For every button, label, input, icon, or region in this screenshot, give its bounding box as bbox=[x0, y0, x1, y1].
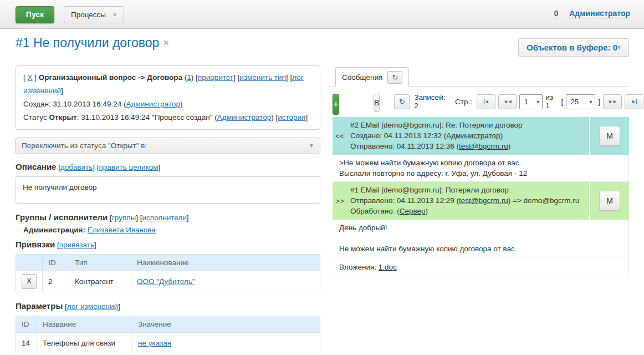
status-switch-select[interactable]: Переключить из статуса "Открыт" в: ▼ bbox=[16, 138, 320, 154]
process-info-box: [ X ] Организационный вопрос -> Договора… bbox=[16, 65, 320, 130]
prev-page-button[interactable]: ◄◄ bbox=[498, 94, 517, 109]
params-heading-row: Параметры [лог изменений] bbox=[16, 301, 320, 311]
process-title-text: #1 Не получили договор bbox=[16, 36, 159, 50]
table-row: 14 Телефоны для связи не указан bbox=[16, 333, 320, 353]
binding-name-link[interactable]: ООО "Дубитель" bbox=[137, 277, 195, 286]
description-heading: Описание bbox=[16, 162, 56, 171]
delete-process-link[interactable]: X bbox=[28, 73, 33, 82]
groups-link[interactable]: группы bbox=[112, 214, 136, 222]
b-button[interactable]: В bbox=[374, 94, 380, 112]
process-created-line: Создан: 31.10.2013 16:49:24 (Администрат… bbox=[23, 98, 313, 111]
tab-processes-label: Процессы bbox=[71, 11, 106, 19]
message-body: День добрый! Не можем найти бумажную коп… bbox=[333, 220, 629, 257]
message-header-outgoing: >> #1 EMail [demo@bgcrm.ru]: Потеряли до… bbox=[333, 182, 629, 220]
chevron-down-icon: ▼ bbox=[616, 44, 622, 50]
group-name: Администрация: bbox=[23, 226, 85, 234]
bindings-table: ID Тип Наименование X 2 Контрагент ООО "… bbox=[16, 254, 320, 292]
bind-link[interactable]: привязать bbox=[59, 241, 94, 249]
message-body: >Не можем найти бумажную копию договора … bbox=[333, 155, 629, 182]
buffer-dropdown[interactable]: Объектов в буфере: 0 ▼ bbox=[518, 38, 629, 57]
close-process-icon[interactable]: × bbox=[163, 37, 169, 48]
page-title: #1 Не получили договор× bbox=[16, 36, 169, 50]
params-header-row: ID Название Значение bbox=[16, 316, 320, 333]
description-heading-row: Описание [добавить] [править целиком] bbox=[16, 162, 320, 171]
unbind-button[interactable]: X bbox=[22, 274, 37, 289]
attachments-label: Вложения: bbox=[339, 263, 376, 271]
message-title: #2 EMail [demo@bgcrm.ru]: Re: Потеряли д… bbox=[350, 120, 586, 130]
history-link[interactable]: история bbox=[278, 113, 305, 121]
refresh-icon[interactable]: ↻ bbox=[387, 71, 402, 84]
page-label: Стр.: bbox=[455, 98, 472, 106]
message-server-link[interactable]: Сервер bbox=[400, 207, 426, 215]
description-add-link[interactable]: добавить bbox=[60, 163, 93, 171]
description-edit-link[interactable]: править целиком bbox=[99, 163, 159, 171]
param-name: Телефоны для связи bbox=[37, 333, 132, 353]
status-switch-label: Переключить из статуса "Открыт" в: bbox=[22, 141, 147, 150]
attachment-link[interactable]: 1.doc bbox=[379, 263, 397, 271]
message-m-button[interactable]: M bbox=[599, 191, 620, 211]
message-header-text: #1 EMail [demo@bgcrm.ru]: Потеряли догов… bbox=[347, 182, 589, 220]
message-user-link[interactable]: Администратор bbox=[446, 131, 500, 140]
message-sent-line: Отправлено: 04.11.2013 12:29 (test@bgcrm… bbox=[350, 195, 586, 206]
change-type-link[interactable]: изменить тип bbox=[239, 73, 286, 82]
message-actions: M bbox=[589, 117, 629, 155]
process-type: Организационный вопрос -> Договора bbox=[39, 73, 182, 82]
tab-close-icon[interactable]: × bbox=[113, 10, 117, 19]
last-page-button[interactable]: ►| bbox=[625, 94, 643, 109]
priority-link[interactable]: приоритет bbox=[198, 73, 233, 82]
user-name-link[interactable]: Администратор bbox=[569, 9, 630, 18]
first-page-button[interactable]: |◄ bbox=[477, 94, 495, 109]
description-box: Не получили договор bbox=[16, 176, 320, 204]
message-address-link[interactable]: test@bgcrm.ru bbox=[459, 196, 508, 205]
message-created-line: Создано: 04.11.2013 12:32 (Администратор… bbox=[350, 130, 586, 141]
start-button[interactable]: Пуск bbox=[16, 6, 54, 23]
top-bar: Пуск Процессы × 0 Администратор bbox=[0, 0, 644, 29]
messages-toolbar: + В ↻ Записей: 2 Стр.: |◄ ◄◄ 1▾ из 1[ 25… bbox=[333, 94, 629, 115]
executors-link[interactable]: исполнители bbox=[142, 214, 187, 222]
chevron-down-icon: ▾ bbox=[536, 99, 539, 105]
bindings-heading-row: Привязки [привязать] bbox=[16, 240, 320, 249]
message-header-text: #2 EMail [demo@bgcrm.ru]: Re: Потеряли д… bbox=[347, 117, 589, 155]
param-value-link[interactable]: не указан bbox=[138, 339, 171, 347]
tab-messages[interactable]: Сообщения ↻ bbox=[335, 67, 409, 87]
refresh-icon[interactable]: ↻ bbox=[394, 94, 410, 109]
type-count-link[interactable]: 1 bbox=[187, 73, 191, 82]
notification-count-link[interactable]: 0 bbox=[554, 9, 559, 18]
param-id: 14 bbox=[16, 333, 37, 353]
topbar-user-area: 0 Администратор bbox=[554, 9, 630, 18]
page-number-select[interactable]: 1▾ bbox=[519, 94, 543, 109]
params-changelog-link[interactable]: лог изменений bbox=[67, 302, 118, 311]
groups-heading: Группы / исполнители bbox=[16, 212, 108, 222]
message-header-incoming: << #2 EMail [demo@bgcrm.ru]: Re: Потерял… bbox=[333, 117, 629, 155]
description-text: Не получили договор bbox=[23, 183, 96, 191]
message-sent-line: Отправлено: 04.11.2013 12:36 (test@bgcrm… bbox=[350, 141, 586, 151]
message-address-link[interactable]: test@bgcrm.ru bbox=[459, 142, 508, 150]
next-page-button[interactable]: ►► bbox=[603, 94, 622, 109]
process-status-line: Статус Открыт: 31.10.2013 16:49:24 "Проц… bbox=[23, 111, 313, 124]
params-heading: Параметры bbox=[16, 301, 63, 311]
binding-type: Контрагент bbox=[69, 271, 131, 292]
binding-id: 2 bbox=[43, 271, 69, 292]
created-user-link[interactable]: Администратор bbox=[126, 100, 180, 108]
status-user-link[interactable]: Администратор bbox=[217, 113, 271, 121]
attachments-row: Вложения: 1.doc bbox=[333, 257, 629, 277]
chevron-down-icon: ▼ bbox=[309, 138, 314, 154]
message-m-button[interactable]: M bbox=[599, 126, 620, 146]
params-table: ID Название Значение 14 Телефоны для свя… bbox=[16, 316, 320, 353]
process-info-line1: [ X ] Организационный вопрос -> Договора… bbox=[23, 71, 313, 98]
executor-link[interactable]: Елизавета Иванова bbox=[88, 226, 156, 234]
message-actions: M bbox=[589, 182, 629, 220]
outgoing-direction-icon: >> bbox=[333, 182, 347, 220]
tab-processes[interactable]: Процессы × bbox=[64, 6, 124, 23]
add-message-button[interactable]: + bbox=[333, 94, 339, 115]
messages-tabs-row: Сообщения ↻ bbox=[333, 68, 629, 87]
bindings-header-row: ID Тип Наименование bbox=[16, 255, 320, 271]
records-count: Записей: 2 bbox=[414, 93, 449, 110]
bindings-heading: Привязки bbox=[16, 240, 55, 249]
message-processed-line: Обработано: (Сервер) bbox=[350, 206, 586, 216]
message-list: << #2 EMail [demo@bgcrm.ru]: Re: Потерял… bbox=[333, 117, 629, 277]
page-size-select[interactable]: 25▾ bbox=[566, 94, 595, 109]
pages-total: из 1 bbox=[545, 93, 558, 110]
tab-messages-label: Сообщения bbox=[342, 73, 382, 82]
message-title: #1 EMail [demo@bgcrm.ru]: Потеряли догов… bbox=[350, 185, 586, 195]
